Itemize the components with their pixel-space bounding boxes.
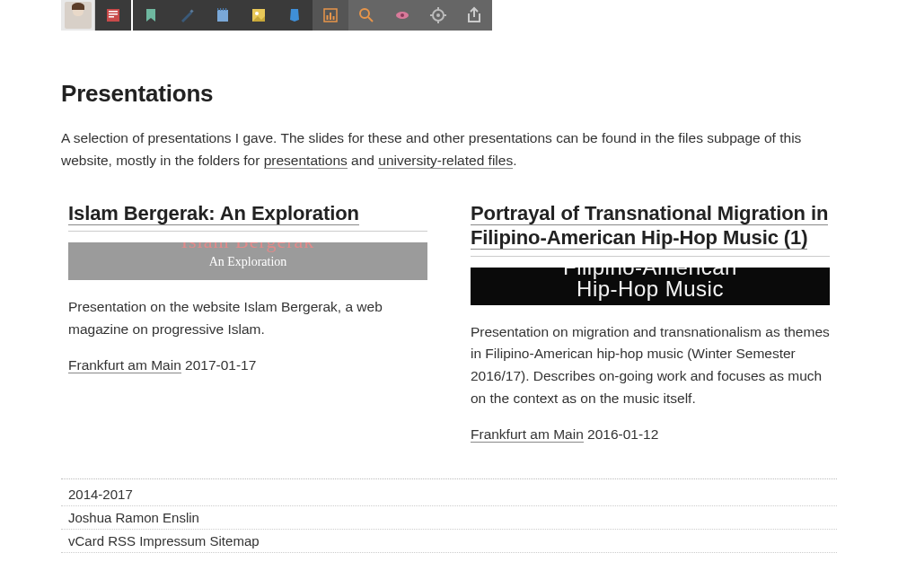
nav-settings[interactable] (420, 0, 456, 31)
card-title[interactable]: Islam Bergerak: An Exploration (68, 201, 427, 233)
nav-eye[interactable] (384, 0, 420, 31)
image-icon (250, 6, 268, 24)
notebook-icon (214, 6, 232, 24)
tag-icon (286, 6, 304, 24)
nav-pen[interactable] (169, 0, 205, 31)
page-content: Presentations A selection of presentatio… (61, 80, 837, 553)
card-date: 2016-01-12 (587, 426, 658, 442)
nav-article[interactable] (95, 0, 131, 31)
presentation-card: Islam Bergerak: An Exploration Islam Ber… (61, 201, 435, 443)
intro-text-after: . (513, 153, 516, 168)
pen-icon (178, 6, 196, 24)
slide-line2: An Exploration (209, 255, 287, 269)
article-icon (104, 6, 122, 24)
svg-point-19 (401, 13, 404, 17)
location-link[interactable]: Frankfurt am Main (68, 357, 181, 373)
svg-point-21 (436, 13, 440, 17)
nav-tag[interactable] (277, 0, 313, 31)
nav-chart[interactable] (313, 0, 348, 31)
link-presentations[interactable]: presentations (264, 153, 348, 169)
svg-rect-7 (220, 8, 221, 11)
link-university-files[interactable]: university-related files (378, 153, 513, 169)
card-meta: Frankfurt am Main 2016-01-12 (471, 426, 830, 443)
svg-rect-14 (330, 13, 331, 20)
svg-point-11 (255, 12, 259, 15)
svg-rect-8 (223, 8, 224, 11)
slide-line1: Islam Bergerak (181, 242, 315, 253)
top-navbar (61, 0, 898, 31)
gear-icon (429, 6, 447, 24)
svg-rect-15 (333, 16, 335, 20)
nav-export[interactable] (456, 0, 492, 31)
avatar-icon (65, 2, 92, 29)
avatar-button[interactable] (61, 0, 95, 31)
nav-search[interactable] (348, 0, 384, 31)
card-date: 2017-01-17 (185, 357, 256, 373)
search-icon (357, 6, 375, 24)
svg-rect-2 (109, 13, 118, 15)
eye-icon (393, 6, 411, 24)
card-description: Presentation on migration and transnatio… (471, 321, 830, 410)
presentation-card: Portrayal of Transnational Migration in … (463, 201, 837, 443)
chart-icon (321, 6, 339, 24)
svg-point-16 (360, 9, 369, 18)
export-icon (465, 6, 483, 24)
nav-notebook[interactable] (205, 0, 241, 31)
bookmark-icon (142, 6, 160, 24)
nav-bookmark[interactable] (133, 0, 169, 31)
svg-rect-6 (217, 8, 218, 11)
intro-paragraph: A selection of presentations I gave. The… (61, 127, 837, 172)
svg-rect-9 (225, 8, 226, 11)
page-footer: 2014-2017 Joshua Ramon Enslin vCard RSS … (61, 478, 837, 553)
svg-rect-5 (217, 10, 228, 22)
presentation-cards: Islam Bergerak: An Exploration Islam Ber… (61, 201, 837, 443)
svg-rect-13 (327, 15, 329, 20)
card-description: Presentation on the website Islam Berger… (68, 296, 427, 341)
card-meta: Frankfurt am Main 2017-01-17 (68, 357, 427, 373)
location-link[interactable]: Frankfurt am Main (471, 426, 584, 443)
intro-text-mid: and (348, 153, 378, 168)
nav-image[interactable] (241, 0, 277, 31)
card-title[interactable]: Portrayal of Transnational Migration in … (471, 201, 830, 257)
svg-line-17 (368, 17, 373, 22)
slide-thumbnail[interactable]: Filipino-American Hip-Hop Music (471, 268, 830, 305)
svg-rect-1 (109, 11, 118, 13)
svg-rect-3 (109, 16, 114, 18)
footer-author: Joshua Ramon Enslin (61, 506, 837, 530)
slide-line2: Hip-Hop Music (577, 276, 724, 302)
slide-thumbnail[interactable]: Islam Bergerak An Exploration (68, 242, 427, 280)
footer-links[interactable]: vCard RSS Impressum Sitemap (61, 530, 837, 553)
page-title: Presentations (61, 80, 837, 108)
footer-years: 2014-2017 (61, 483, 837, 506)
